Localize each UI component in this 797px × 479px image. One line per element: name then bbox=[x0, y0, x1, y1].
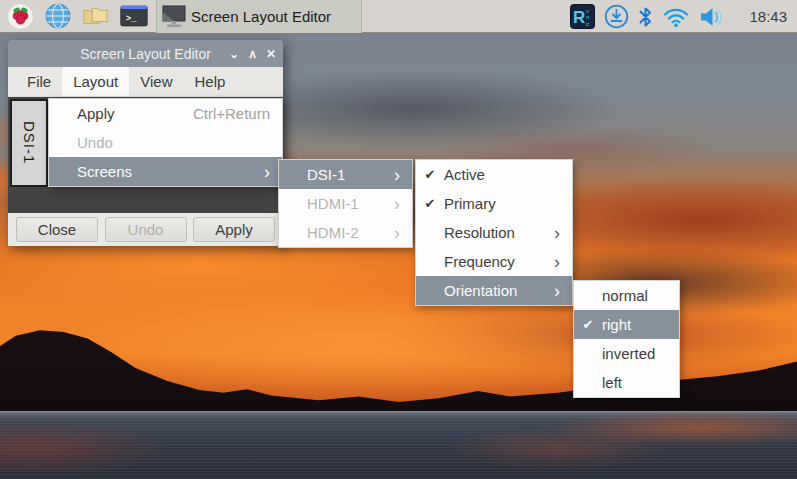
file-manager-launcher[interactable] bbox=[82, 2, 110, 30]
wallpaper-water bbox=[0, 411, 797, 479]
submenu-arrow-icon: › bbox=[554, 282, 572, 300]
svg-text:R: R bbox=[573, 8, 585, 27]
clock[interactable]: 18:43 bbox=[749, 8, 787, 25]
menu-item-dsi1[interactable]: DSI-1 › bbox=[279, 160, 412, 189]
svg-text:n: n bbox=[586, 14, 589, 20]
menu-item-hdmi1[interactable]: HDMI-1 › bbox=[279, 189, 412, 218]
volume-icon[interactable] bbox=[699, 5, 728, 29]
checkmark-icon: ✔ bbox=[425, 196, 436, 211]
taskbar-window-button[interactable]: Screen Layout Editor bbox=[156, 0, 362, 33]
menu-item-hdmi2[interactable]: HDMI-2 › bbox=[279, 218, 412, 247]
shade-window-icon[interactable]: ⌄ bbox=[229, 48, 239, 60]
terminal-launcher[interactable]: >_ bbox=[120, 2, 148, 30]
terminal-prompt-glyph: >_ bbox=[126, 13, 137, 24]
menu-item-inverted[interactable]: inverted bbox=[574, 339, 679, 368]
close-button[interactable]: Close bbox=[16, 217, 98, 242]
menu-item-resolution[interactable]: Resolution › bbox=[416, 218, 572, 247]
screen-widget-label: DSI-1 bbox=[21, 121, 38, 164]
system-tray: R v n c 18:43 bbox=[570, 0, 797, 33]
menu-file[interactable]: File bbox=[16, 67, 62, 96]
menu-layout[interactable]: Layout bbox=[62, 67, 129, 96]
web-browser-launcher[interactable] bbox=[44, 2, 72, 30]
checkmark-icon: ✔ bbox=[425, 167, 436, 182]
taskbar-window-button-label: Screen Layout Editor bbox=[191, 8, 331, 25]
menu-item-frequency[interactable]: Frequency › bbox=[416, 247, 572, 276]
menu-item-active[interactable]: ✔ Active bbox=[416, 160, 572, 189]
vnc-icon[interactable]: R v n c bbox=[570, 4, 595, 29]
raspberry-icon bbox=[7, 3, 34, 30]
submenu-arrow-icon: › bbox=[554, 224, 572, 242]
menu-item-orientation[interactable]: Orientation › bbox=[416, 276, 572, 305]
close-window-icon[interactable]: ✕ bbox=[266, 48, 276, 60]
menu-item-primary[interactable]: ✔ Primary bbox=[416, 189, 572, 218]
submenu-arrow-icon: › bbox=[394, 166, 412, 184]
bluetooth-icon[interactable] bbox=[638, 5, 653, 29]
menu-view[interactable]: View bbox=[129, 67, 183, 96]
taskbar: >_ Screen Layout Editor R v n c bbox=[0, 0, 797, 33]
screens-submenu: DSI-1 › HDMI-1 › HDMI-2 › bbox=[278, 159, 413, 248]
updater-icon[interactable] bbox=[604, 4, 629, 29]
maximize-window-icon[interactable]: ∧ bbox=[248, 48, 257, 60]
window-button-bar: Close Undo Apply bbox=[8, 213, 283, 246]
submenu-arrow-icon: › bbox=[554, 253, 572, 271]
apply-shortcut: Ctrl+Return bbox=[193, 105, 282, 122]
screen-widget-dsi1[interactable]: DSI-1 bbox=[10, 99, 48, 187]
menu-bar: File Layout View Help bbox=[8, 67, 283, 97]
terminal-icon: >_ bbox=[120, 3, 148, 29]
checkmark-icon: ✔ bbox=[583, 317, 594, 332]
svg-text:v: v bbox=[586, 8, 589, 14]
window-titlebar[interactable]: Screen Layout Editor ⌄ ∧ ✕ bbox=[8, 40, 283, 67]
menu-item-screens[interactable]: Screens › bbox=[49, 157, 282, 186]
wifi-icon[interactable] bbox=[662, 5, 690, 28]
folders-icon bbox=[82, 4, 110, 28]
undo-button[interactable]: Undo bbox=[105, 217, 187, 242]
app-menu-raspberry-icon[interactable] bbox=[6, 2, 34, 30]
apply-button[interactable]: Apply bbox=[193, 217, 275, 242]
menu-item-right[interactable]: ✔ right bbox=[574, 310, 679, 339]
menu-item-undo[interactable]: Undo bbox=[49, 128, 282, 157]
submenu-arrow-icon: › bbox=[394, 224, 412, 242]
menu-help[interactable]: Help bbox=[183, 67, 236, 96]
layout-menu: Apply Ctrl+Return Undo Screens › bbox=[48, 98, 283, 187]
dsi1-submenu: ✔ Active ✔ Primary Resolution › Frequenc… bbox=[415, 159, 573, 306]
menu-item-normal[interactable]: normal bbox=[574, 281, 679, 310]
menu-item-apply[interactable]: Apply Ctrl+Return bbox=[49, 99, 282, 128]
menu-item-left[interactable]: left bbox=[574, 368, 679, 397]
submenu-arrow-icon: › bbox=[394, 195, 412, 213]
svg-text:c: c bbox=[586, 21, 589, 27]
monitor-icon bbox=[161, 4, 187, 29]
globe-icon bbox=[45, 3, 71, 29]
orientation-submenu: normal ✔ right inverted left bbox=[573, 280, 680, 398]
